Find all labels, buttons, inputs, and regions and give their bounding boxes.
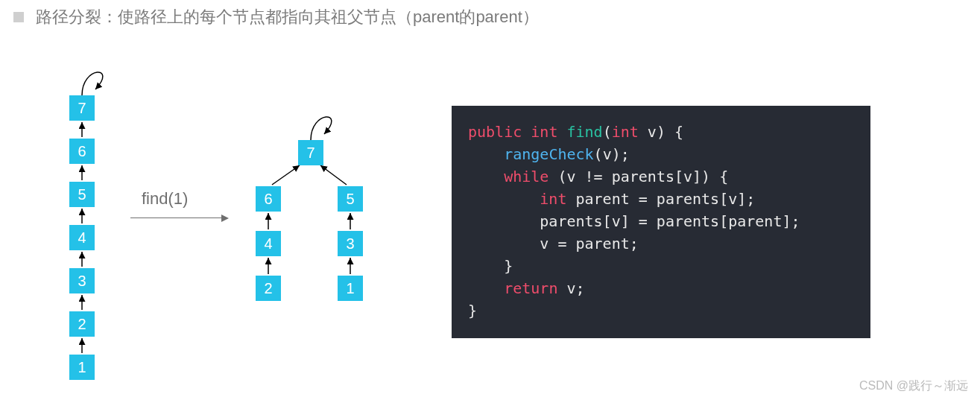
- title-row: 路径分裂：使路径上的每个节点都指向其祖父节点（parent的parent）: [0, 0, 980, 34]
- kw-int2: int: [612, 123, 639, 141]
- node-left-2: 2: [69, 311, 95, 337]
- node-right-7: 7: [298, 140, 323, 165]
- node-right-4: 4: [256, 231, 281, 256]
- node-right-2: 2: [256, 276, 281, 301]
- kw-public: public: [468, 123, 522, 141]
- title-text: 路径分裂：使路径上的每个节点都指向其祖父节点（parent的parent）: [36, 6, 539, 28]
- l5: parents[v] = parents[parent];: [540, 212, 800, 230]
- paren-open: (: [603, 123, 612, 141]
- svg-line-7: [320, 165, 347, 185]
- l6: v = parent;: [540, 235, 638, 253]
- bullet-icon: [13, 12, 24, 22]
- node-left-6: 6: [69, 139, 95, 164]
- node-left-1: 1: [69, 355, 95, 380]
- node-left-4: 4: [69, 225, 95, 250]
- l8v: v;: [557, 279, 584, 297]
- node-left-5: 5: [69, 182, 95, 207]
- svg-line-6: [272, 165, 300, 185]
- kw-int3: int: [540, 190, 566, 208]
- l2tail: (v);: [594, 145, 630, 163]
- diagram: 7 6 5 4 3 2 1 find(1) 7 6 5 4 3 2 1: [30, 60, 447, 395]
- node-right-6: 6: [256, 186, 281, 212]
- node-left-3: 3: [69, 268, 95, 293]
- watermark: CSDN @践行～渐远: [859, 378, 968, 394]
- l4rest: parent = parents[v];: [566, 190, 755, 208]
- node-left-7: 7: [69, 95, 95, 121]
- l7: }: [504, 257, 513, 275]
- kw-while: while: [504, 168, 549, 185]
- node-right-5: 5: [338, 186, 363, 212]
- fn-rangeCheck: rangeCheck: [504, 145, 593, 163]
- node-right-1: 1: [338, 276, 363, 301]
- node-right-3: 3: [338, 231, 363, 256]
- kw-return: return: [504, 279, 557, 297]
- find-arrow: [130, 218, 227, 218]
- kw-int: int: [531, 123, 557, 141]
- sig-tail: v) {: [639, 123, 683, 141]
- code-block: public int find(int v) { rangeCheck(v); …: [452, 106, 870, 338]
- l9: }: [468, 302, 477, 320]
- l3cond: (v != parents[v]) {: [549, 168, 728, 185]
- fn-find: find: [566, 123, 602, 141]
- find-label: find(1): [142, 189, 188, 209]
